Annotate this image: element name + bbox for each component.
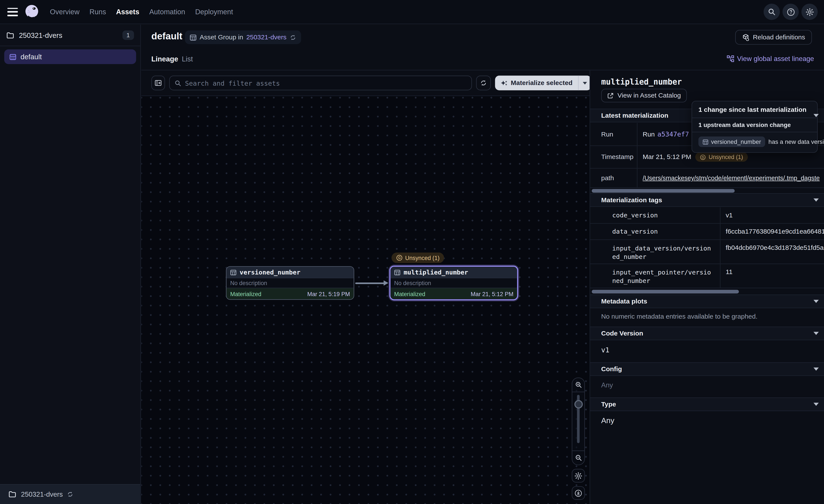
node-header: versioned_number (226, 267, 353, 278)
tag-value: 11 (721, 264, 824, 288)
materialize-selected-split-button: Materialize selected (495, 76, 592, 91)
nav-automation[interactable]: Automation (149, 8, 185, 16)
path-link[interactable]: /Users/smackesey/stm/code/elementl/exper… (643, 174, 820, 182)
download-icon (575, 489, 582, 497)
zoom-in-button[interactable] (572, 378, 584, 392)
octopus-logo-icon (24, 4, 40, 20)
top-nav: Overview Runs Assets Automation Deployme… (0, 0, 824, 24)
selected-asset-title: multiplied_number (601, 77, 682, 87)
unsynced-badge[interactable]: Unsynced (1) (695, 152, 747, 162)
asset-node-versioned-number[interactable]: versioned_number No description Material… (226, 266, 354, 300)
asset-node-multiplied-number[interactable]: multiplied_number No description Materia… (390, 266, 518, 300)
materialize-selected-button[interactable]: Materialize selected (495, 76, 579, 91)
nav-runs[interactable]: Runs (89, 8, 106, 16)
materialized-timestamp: Mar 21, 5:19 PM (307, 291, 350, 297)
collapse-sidebar-button[interactable] (151, 76, 165, 91)
collapse-chevron-icon[interactable] (813, 300, 819, 303)
lineage-graph-canvas[interactable]: Unsynced (1) versioned_number No descrip… (141, 96, 590, 504)
view-global-asset-lineage-link[interactable]: View global asset lineage (727, 54, 814, 62)
popover-detail-text: has a new data version (768, 139, 824, 145)
nav-assets[interactable]: Assets (116, 8, 139, 16)
collapse-chevron-icon[interactable] (813, 114, 819, 117)
group-name: 250321-dvers (19, 31, 62, 39)
materialize-selected-label: Materialize selected (511, 80, 573, 87)
nav-deployment[interactable]: Deployment (195, 8, 233, 16)
type-value: Any (601, 416, 614, 425)
tag-value: fb04dcb6970e4c3d1873de51fd5a5 (721, 240, 824, 263)
help-icon (786, 8, 795, 16)
folder-icon (8, 490, 16, 498)
section-metadata-plots[interactable]: Metadata plots (590, 295, 824, 308)
footer-repo-name: 250321-dvers (21, 490, 63, 498)
download-graph-button[interactable] (572, 486, 585, 500)
tag-key: input_event_pointer/versioned_number (601, 264, 720, 289)
asset-description: No description (226, 278, 353, 288)
horizontal-scrollbar[interactable] (592, 189, 735, 193)
popover-detail-row: versioned_number has a new data version (692, 132, 817, 152)
graph-settings-button[interactable] (572, 469, 585, 483)
section-config[interactable]: Config (590, 362, 824, 376)
refresh-icon (67, 491, 73, 498)
section-heading: Type (601, 401, 616, 408)
tag-row: code_version v1 (590, 208, 824, 224)
collapse-chevron-icon[interactable] (813, 332, 819, 335)
collapse-chevron-icon[interactable] (813, 368, 819, 371)
search-input[interactable] (185, 79, 467, 87)
section-type[interactable]: Type (590, 397, 824, 411)
node-status-bar: Materialized Mar 21, 5:12 PM (390, 288, 517, 299)
section-heading: Metadata plots (601, 298, 647, 305)
search-button[interactable] (763, 4, 780, 20)
run-id-link[interactable]: a5347ef7 (657, 130, 689, 138)
section-materialization-tags[interactable]: Materialization tags (590, 193, 824, 207)
materialized-status: Materialized (230, 291, 261, 297)
asset-groups-sidebar: 250321-dvers 1 default 250321-dvers (0, 25, 141, 504)
reload-definitions-label: Reload definitions (753, 33, 805, 41)
nav-actions (763, 4, 818, 20)
menu-icon[interactable] (7, 8, 18, 16)
run-key: Run (590, 123, 637, 145)
tab-list[interactable]: List (182, 55, 193, 63)
sidebar-group-row[interactable]: 250321-dvers 1 (0, 25, 140, 46)
sidebar-item-default[interactable]: default (4, 49, 136, 64)
badge-prefix: Asset Group in (200, 33, 243, 41)
tab-lineage[interactable]: Lineage (151, 55, 178, 63)
refresh-graph-button[interactable] (476, 76, 491, 91)
asset-chip[interactable]: versioned_number (699, 136, 765, 147)
sidebar-item-label: default (21, 53, 42, 60)
zoom-slider-thumb[interactable] (574, 400, 583, 409)
tag-value: f6ccba1776380941e9cd1ea66481d (721, 224, 824, 239)
dagster-logo[interactable] (24, 4, 40, 20)
node-header: multiplied_number (390, 267, 517, 278)
asset-name: versioned_number (240, 269, 301, 276)
reload-definitions-button[interactable]: Reload definitions (735, 30, 812, 44)
dagster-app: Overview Runs Assets Automation Deployme… (0, 0, 824, 504)
view-in-asset-catalog-button[interactable]: View in Asset Catalog (601, 89, 687, 102)
refresh-repo-button[interactable] (67, 491, 73, 498)
zoom-out-button[interactable] (572, 451, 584, 465)
section-heading: Config (601, 365, 622, 373)
help-button[interactable] (783, 4, 799, 20)
node-unsynced-badge[interactable]: Unsynced (1) (391, 253, 444, 263)
sparkles-icon (501, 80, 508, 87)
collapse-chevron-icon[interactable] (813, 199, 819, 202)
settings-button[interactable] (802, 4, 818, 20)
table-icon (230, 269, 236, 275)
nav-overview[interactable]: Overview (50, 8, 80, 16)
section-code-version[interactable]: Code Version (590, 327, 824, 340)
asset-group-icon (190, 34, 197, 41)
page-title: default (151, 31, 182, 42)
tag-row: input_data_version/versioned_number fb04… (590, 240, 824, 264)
refresh-icon[interactable] (290, 34, 297, 41)
panel-collapse-icon (154, 80, 162, 87)
badge-repo-link[interactable]: 250321-dvers (246, 33, 287, 41)
tag-value: v1 (721, 208, 824, 223)
path-key: path (590, 168, 637, 187)
lineage-edge (355, 282, 384, 284)
group-count-badge: 1 (122, 30, 134, 40)
zoom-in-icon (575, 381, 582, 388)
path-value: /Users/smackesey/stm/code/elementl/exper… (637, 168, 824, 187)
horizontal-scrollbar[interactable] (592, 290, 739, 293)
tag-row: data_version f6ccba1776380941e9cd1ea6648… (590, 224, 824, 240)
primary-nav: Overview Runs Assets Automation Deployme… (50, 8, 233, 16)
collapse-chevron-icon[interactable] (813, 403, 819, 406)
